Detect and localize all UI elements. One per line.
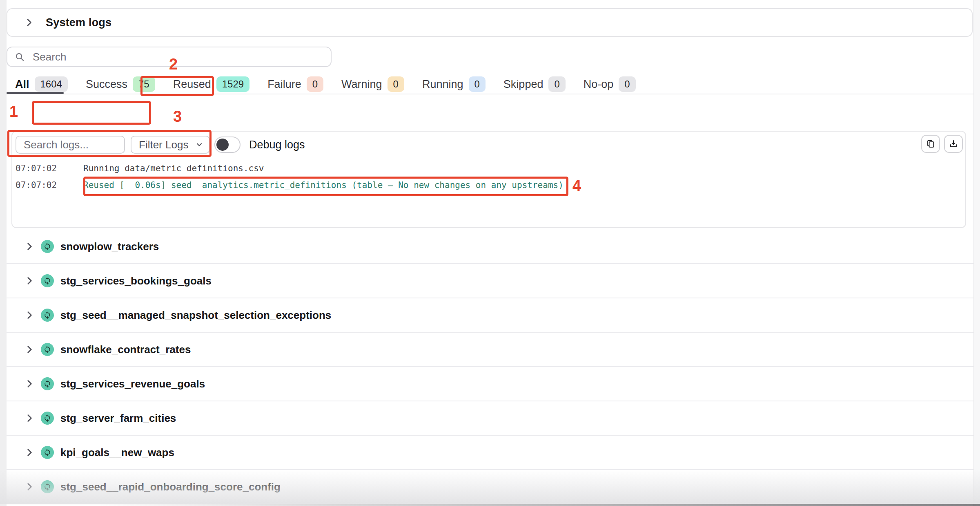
- tab-all[interactable]: All1604: [15, 76, 68, 92]
- chevron-right-icon: [24, 17, 34, 28]
- tab-running[interactable]: Running0: [422, 76, 486, 92]
- chevron-right-icon[interactable]: [24, 413, 35, 423]
- chevron-right-icon[interactable]: [24, 275, 35, 286]
- node-label: stg_server_farm_cities: [60, 412, 176, 425]
- log-line: 07:07:02Reused [ 0.06s] seed analytics.m…: [16, 180, 564, 190]
- log-timestamp: 07:07:02: [16, 163, 83, 173]
- node-label: stg_seed__rapid_onboarding_score_config: [60, 481, 281, 493]
- chevron-right-icon[interactable]: [24, 378, 35, 389]
- node-row-stg_services_revenue_goals[interactable]: stg_services_revenue_goals: [7, 367, 973, 401]
- reused-node-icon: [41, 446, 54, 459]
- expanded-node-row[interactable]: metric_definitions: [7, 95, 973, 131]
- chevron-right-icon[interactable]: [24, 310, 35, 320]
- page-left-gutter: [0, 0, 7, 506]
- tab-count-badge: 1529: [216, 76, 249, 92]
- chevron-right-icon[interactable]: [24, 241, 35, 252]
- copy-logs-button[interactable]: [921, 135, 940, 153]
- node-row-stg_seed__managed_snapshot_selection_exceptions[interactable]: stg_seed__managed_snapshot_selection_exc…: [7, 298, 973, 333]
- reused-node-icon: [41, 412, 54, 425]
- search-icon: [15, 52, 24, 62]
- copy-icon: [926, 139, 935, 149]
- tab-failure[interactable]: Failure0: [267, 76, 323, 92]
- toggle-knob: [216, 139, 229, 151]
- node-row-stg_services_bookings_goals[interactable]: stg_services_bookings_goals: [7, 264, 973, 298]
- node-list: snowplow_trackersstg_services_bookings_g…: [7, 230, 973, 504]
- tab-no-op[interactable]: No-op0: [584, 76, 636, 92]
- download-logs-button[interactable]: [944, 135, 963, 153]
- search-placeholder: Search: [33, 51, 66, 63]
- tab-count-badge: 75: [133, 76, 155, 92]
- active-tab-underline: [7, 92, 64, 94]
- reused-node-icon: [41, 343, 54, 356]
- tab-count-badge: 0: [469, 76, 486, 92]
- log-message: Running data/metric_definitions.csv: [83, 163, 264, 173]
- node-label: snowplow_trackers: [60, 240, 159, 253]
- search-input[interactable]: Search: [7, 47, 332, 67]
- node-row-snowplow_trackers[interactable]: snowplow_trackers: [7, 230, 973, 264]
- filter-logs-label: Filter Logs: [139, 139, 188, 151]
- tab-label: Failure: [267, 78, 301, 91]
- tab-label: Running: [422, 78, 463, 91]
- tab-label: Reused: [173, 78, 211, 91]
- node-label: kpi_goals__new_waps: [60, 446, 174, 459]
- reused-node-icon: [41, 309, 54, 322]
- tab-count-badge: 0: [307, 76, 323, 92]
- node-label: snowflake_contract_rates: [60, 343, 191, 356]
- node-row-stg_server_farm_cities[interactable]: stg_server_farm_cities: [7, 401, 973, 436]
- system-logs-header[interactable]: System logs: [7, 8, 973, 37]
- tabs-divider: [7, 94, 973, 94]
- search-logs-input[interactable]: Search logs...: [16, 136, 125, 154]
- chevron-right-icon[interactable]: [24, 481, 35, 492]
- reused-node-icon: [41, 480, 54, 493]
- node-row-kpi_goals__new_waps[interactable]: kpi_goals__new_waps: [7, 436, 973, 470]
- log-line: 07:07:02Running data/metric_definitions.…: [16, 163, 264, 173]
- log-message: Reused [ 0.06s] seed analytics.metric_de…: [83, 180, 564, 190]
- download-icon: [949, 139, 958, 149]
- node-row-stg_seed__rapid_onboarding_score_config[interactable]: stg_seed__rapid_onboarding_score_config: [7, 470, 973, 504]
- status-tabs: All1604Success75Reused1529Failure0Warnin…: [7, 74, 973, 94]
- tab-count-badge: 0: [388, 76, 404, 92]
- tab-warning[interactable]: Warning0: [341, 76, 404, 92]
- page-right-gutter: [973, 0, 980, 506]
- tab-label: All: [15, 78, 29, 91]
- tab-skipped[interactable]: Skipped0: [503, 76, 566, 92]
- reused-node-icon: [41, 240, 54, 253]
- tab-label: Skipped: [503, 78, 543, 91]
- chevron-right-icon[interactable]: [24, 447, 35, 458]
- tab-success[interactable]: Success75: [86, 76, 155, 92]
- tab-count-badge: 0: [619, 76, 635, 92]
- log-timestamp: 07:07:02: [16, 180, 83, 190]
- tab-reused[interactable]: Reused1529: [173, 76, 249, 92]
- log-panel: Search logs... Filter Logs Debug logs 07…: [11, 131, 966, 228]
- reused-node-icon: [41, 274, 54, 287]
- chevron-down-icon: [195, 141, 203, 149]
- tab-label: Warning: [341, 78, 382, 91]
- chevron-right-icon[interactable]: [24, 344, 35, 355]
- tab-count-badge: 1604: [35, 76, 68, 92]
- filter-logs-dropdown[interactable]: Filter Logs: [131, 136, 210, 154]
- tab-count-badge: 0: [548, 76, 565, 92]
- node-label: stg_services_bookings_goals: [60, 275, 212, 287]
- debug-logs-toggle[interactable]: [214, 137, 241, 153]
- debug-logs-label: Debug logs: [249, 136, 305, 154]
- node-label: stg_services_revenue_goals: [60, 378, 205, 390]
- page-title: System logs: [46, 16, 111, 29]
- node-label: stg_seed__managed_snapshot_selection_exc…: [60, 309, 331, 322]
- node-row-snowflake_contract_rates[interactable]: snowflake_contract_rates: [7, 333, 973, 367]
- tab-label: No-op: [584, 78, 614, 91]
- reused-node-icon: [41, 377, 54, 390]
- tab-label: Success: [86, 78, 127, 91]
- window-bottom-edge: [0, 504, 980, 506]
